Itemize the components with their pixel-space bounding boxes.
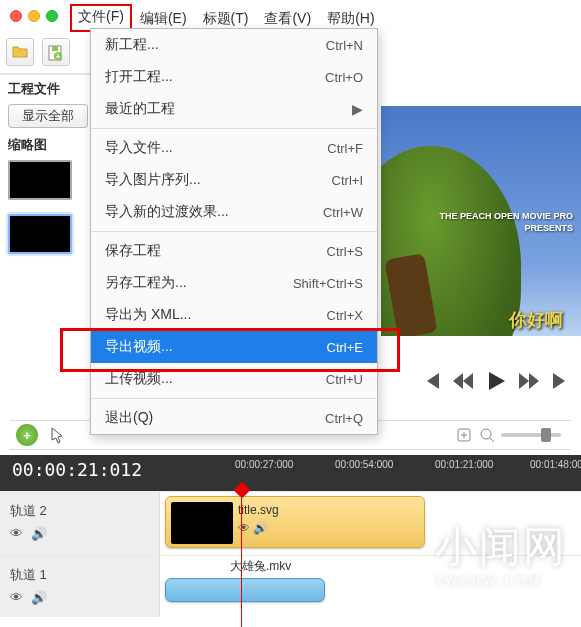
current-timecode: 00:00:21:012 (12, 459, 142, 480)
playhead-marker-icon (234, 482, 251, 499)
volume-icon[interactable]: 🔊 (31, 526, 47, 541)
show-all-dropdown[interactable]: 显示全部 (8, 104, 88, 128)
rewind-button[interactable] (453, 373, 473, 389)
window-controls (10, 10, 58, 22)
track-2-body[interactable]: title.svg 👁 🔊 (160, 492, 581, 555)
save-file-button[interactable] (42, 38, 70, 66)
open-file-button[interactable] (6, 38, 34, 66)
menu-quit[interactable]: 退出(Q)Ctrl+Q (91, 402, 377, 434)
play-button[interactable] (485, 370, 507, 392)
clip-label: 大雄兔.mkv (230, 558, 291, 575)
ruler-tick: 00:00:27:000 (235, 459, 293, 470)
transport-controls (421, 370, 571, 392)
track-name: 轨道 1 (10, 562, 149, 584)
sidebar: 工程文件 显示全部 缩略图 (8, 80, 88, 268)
file-menu-dropdown: 新工程...Ctrl+N 打开工程...Ctrl+O 最近的工程▶ 导入文件..… (90, 28, 378, 435)
skip-end-button[interactable] (551, 373, 571, 389)
playhead[interactable] (236, 484, 248, 496)
add-track-button[interactable]: + (16, 424, 38, 446)
volume-icon[interactable]: 🔊 (31, 590, 47, 605)
menu-recent-projects[interactable]: 最近的工程▶ (91, 93, 377, 125)
menu-separator (91, 398, 377, 399)
eye-icon[interactable]: 👁 (10, 526, 23, 541)
eye-icon[interactable]: 👁 (10, 590, 23, 605)
close-window-button[interactable] (10, 10, 22, 22)
clip-title-svg[interactable]: title.svg 👁 🔊 (165, 496, 425, 548)
preview-title-text: THE PEACH OPEN MOVIE PROPRESENTS (439, 211, 573, 234)
menu-separator (91, 231, 377, 232)
zoom-control (455, 426, 561, 444)
track-1-header[interactable]: 轨道 1 👁 🔊 (0, 556, 160, 617)
eye-icon: 👁 (238, 521, 250, 535)
pointer-tool-icon[interactable] (48, 425, 68, 445)
track-1-body[interactable]: 大雄兔.mkv (160, 556, 581, 617)
preview-subtitle: 你好啊 (509, 308, 563, 332)
zoom-slider-thumb[interactable] (541, 428, 551, 442)
clip-thumbnail (171, 502, 233, 544)
toolbar (6, 38, 70, 66)
skip-start-button[interactable] (421, 373, 441, 389)
menu-export-video[interactable]: 导出视频...Ctrl+E (91, 331, 377, 363)
svg-point-3 (481, 429, 491, 439)
menu-open-project[interactable]: 打开工程...Ctrl+O (91, 61, 377, 93)
ruler-tick: 00:00:54:000 (335, 459, 393, 470)
maximize-window-button[interactable] (46, 10, 58, 22)
ruler-tick: 00:01:21:000 (435, 459, 493, 470)
thumbnail-list (8, 160, 88, 254)
marker-add-button[interactable] (455, 426, 473, 444)
menu-import-transition[interactable]: 导入新的过渡效果...Ctrl+W (91, 196, 377, 228)
menu-save-as[interactable]: 另存工程为...Shift+Ctrl+S (91, 267, 377, 299)
menu-upload-video[interactable]: 上传视频...Ctrl+U (91, 363, 377, 395)
project-files-label: 工程文件 (8, 80, 88, 98)
menu-separator (91, 128, 377, 129)
playhead-line (241, 492, 242, 627)
menu-import-files[interactable]: 导入文件...Ctrl+F (91, 132, 377, 164)
minimize-window-button[interactable] (28, 10, 40, 22)
ruler-tick: 00:01:48:000 (530, 459, 581, 470)
zoom-slider[interactable] (501, 433, 561, 437)
volume-icon: 🔊 (253, 521, 268, 535)
video-preview[interactable]: THE PEACH OPEN MOVIE PROPRESENTS 你好啊 (381, 106, 581, 336)
menu-export-xml[interactable]: 导出为 XML...Ctrl+X (91, 299, 377, 331)
track-1: 轨道 1 👁 🔊 大雄兔.mkv (0, 555, 581, 617)
menu-import-image-seq[interactable]: 导入图片序列...Ctrl+I (91, 164, 377, 196)
track-2-header[interactable]: 轨道 2 👁 🔊 (0, 492, 160, 555)
track-name: 轨道 2 (10, 498, 149, 520)
thumbnails-label: 缩略图 (8, 136, 88, 154)
save-icon (47, 43, 65, 61)
track-2: 轨道 2 👁 🔊 title.svg 👁 🔊 (0, 491, 581, 555)
clip-video[interactable] (165, 578, 325, 602)
folder-icon (11, 43, 29, 61)
toolbar-divider (0, 73, 90, 75)
menu-new-project[interactable]: 新工程...Ctrl+N (91, 29, 377, 61)
forward-button[interactable] (519, 373, 539, 389)
menu-save-project[interactable]: 保存工程Ctrl+S (91, 235, 377, 267)
chevron-right-icon: ▶ (352, 101, 363, 117)
timeline-tracks: 轨道 2 👁 🔊 title.svg 👁 🔊 轨道 1 👁 🔊 (0, 491, 581, 627)
thumbnail-item[interactable] (8, 160, 72, 200)
zoom-out-icon[interactable] (479, 427, 495, 443)
thumbnail-item-selected[interactable] (8, 214, 72, 254)
